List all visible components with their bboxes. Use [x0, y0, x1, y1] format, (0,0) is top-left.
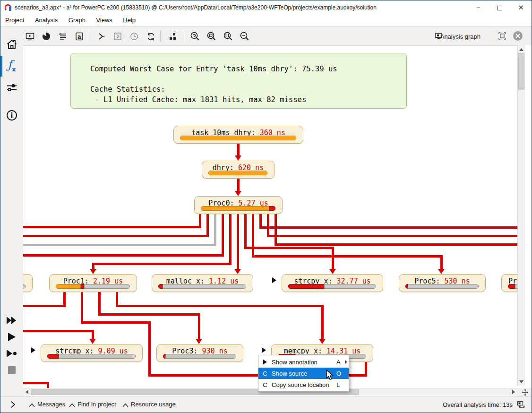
call-edge[interactable]	[252, 213, 254, 258]
title-bar[interactable]: scenarios_a3.apx* - a³ for PowerPC e200 …	[0, 0, 532, 15]
node-expander-icon[interactable]	[31, 347, 35, 353]
call-edge[interactable]	[244, 213, 247, 249]
call-edge[interactable]	[148, 321, 151, 377]
graph-node-Proc0[interactable]: Proc0: 5.27 us	[194, 196, 283, 214]
call-edge[interactable]	[23, 305, 66, 307]
worst-case-info-box: Computed Worst Case for Entry 'task_10ms…	[70, 53, 407, 109]
graph-node-strcmp_x[interactable]: strcmp_x: 9.09 us	[41, 344, 143, 362]
vertical-scrollbar[interactable]	[517, 45, 525, 386]
run-all-icon[interactable]	[0, 311, 23, 330]
call-edge[interactable]	[244, 247, 334, 249]
menu-help[interactable]: Help	[123, 17, 136, 24]
home-icon[interactable]	[0, 35, 23, 54]
scroll-down-arrow[interactable]	[518, 378, 525, 386]
call-edge[interactable]	[98, 291, 101, 316]
call-edge[interactable]	[23, 254, 224, 257]
call-edge[interactable]	[92, 263, 232, 265]
find-in-project-button[interactable]: Find in project	[69, 401, 116, 408]
settings-sliders-icon[interactable]	[0, 78, 23, 97]
step-over-icon-disabled[interactable]	[111, 30, 124, 43]
analysis-machine-icon[interactable]	[517, 401, 525, 408]
call-edge[interactable]	[275, 243, 518, 246]
refresh-icon[interactable]	[144, 30, 157, 43]
call-edge[interactable]	[321, 305, 324, 341]
edge-arrowhead	[234, 269, 241, 274]
graph-node-malloc_x[interactable]: malloc_x: 1.12 us	[152, 274, 253, 292]
fx-analyses-icon[interactable]: ƒx	[0, 56, 23, 75]
call-edge[interactable]	[23, 235, 209, 237]
scroll-right-arrow[interactable]	[510, 388, 517, 396]
menu-views[interactable]: Views	[96, 17, 112, 24]
menu-item-show-source[interactable]: C Show source O	[258, 368, 349, 379]
scroll-up-arrow[interactable]	[518, 45, 525, 53]
node-expander-icon[interactable]	[272, 277, 276, 283]
graph-node-Pr[interactable]: Pr	[501, 274, 517, 292]
call-edge[interactable]	[23, 382, 49, 384]
call-edge[interactable]	[81, 321, 151, 324]
call-edge[interactable]	[222, 213, 224, 257]
minimize-button[interactable]: –	[468, 0, 489, 15]
call-edge[interactable]	[267, 235, 518, 237]
menu-analysis[interactable]: Analysis	[35, 17, 58, 24]
sidebar: ƒx	[0, 45, 23, 396]
zoom-reset-icon[interactable]	[189, 30, 202, 43]
menu-graph[interactable]: Graph	[69, 17, 86, 24]
stop-icon-disabled[interactable]	[0, 361, 23, 379]
layout-graph-icon[interactable]	[166, 30, 179, 43]
run-to-icon[interactable]	[0, 344, 23, 363]
menu-project[interactable]: Project	[5, 17, 24, 24]
call-edge[interactable]	[275, 213, 277, 246]
graph-node-Proc5[interactable]: Proc5: 530 ns	[399, 274, 486, 292]
source-icon: C	[258, 370, 272, 377]
maximize-button[interactable]	[489, 0, 510, 15]
call-edge[interactable]	[365, 361, 367, 377]
call-edge[interactable]	[23, 244, 216, 246]
close-view-icon[interactable]	[513, 31, 523, 41]
vertical-scroll-thumb[interactable]	[518, 53, 524, 90]
graph-node-task_10ms_dhry[interactable]: task_10ms_dhry: 360 ns	[173, 126, 303, 144]
close-button[interactable]: ✕	[510, 0, 532, 15]
call-edge[interactable]	[198, 313, 200, 341]
call-edge[interactable]	[206, 213, 209, 237]
pie-chart-icon[interactable]	[40, 30, 53, 43]
call-edge[interactable]	[267, 213, 269, 237]
pan-tool-button[interactable]	[517, 388, 532, 396]
info-icon[interactable]	[0, 106, 23, 125]
menu-item-copy-source-location[interactable]: C Copy source location L	[258, 379, 349, 390]
menu-item-show-annotation[interactable]: Show annotation A	[258, 356, 349, 368]
graph-node-strcpy_x[interactable]: strcpy_x: 32.77 us	[282, 274, 383, 292]
call-edge[interactable]	[98, 313, 200, 316]
resource-usage-button[interactable]: Resource usage	[122, 401, 176, 408]
call-edge[interactable]	[47, 382, 49, 388]
call-edge[interactable]	[229, 213, 232, 265]
zoom-fit-icon[interactable]	[205, 30, 218, 43]
call-edge[interactable]	[252, 255, 443, 258]
call-edge[interactable]	[259, 226, 518, 229]
clock-icon-disabled[interactable]	[128, 30, 141, 43]
graph-node-dhry[interactable]: dhry: 620 ns	[202, 161, 275, 179]
graph-node-Proc3[interactable]: Proc3: 930 ns	[156, 344, 243, 362]
call-edge[interactable]	[116, 305, 324, 307]
annotation-icon[interactable]: a	[73, 30, 86, 43]
expand-panel-icon[interactable]	[9, 400, 17, 409]
graph-node-Proc1[interactable]: Proc1: 2.19 us	[49, 274, 137, 292]
call-edge[interactable]	[332, 247, 334, 271]
messages-panel-button[interactable]: Messages	[29, 401, 65, 408]
zoom-selection-icon[interactable]	[222, 30, 235, 43]
call-edge[interactable]	[23, 226, 201, 228]
call-edge[interactable]	[23, 330, 94, 332]
scroll-left-arrow[interactable]	[23, 388, 31, 396]
graph-node[interactable]	[23, 274, 33, 292]
analysis-graph-canvas[interactable]: Computed Worst Case for Entry 'task_10ms…	[23, 45, 517, 388]
call-edge[interactable]	[214, 213, 216, 246]
edge-arrowhead	[438, 269, 445, 274]
maximize-view-icon[interactable]	[498, 31, 507, 41]
continue-icon[interactable]	[94, 30, 108, 43]
call-edge[interactable]	[81, 291, 83, 324]
messages-list-icon[interactable]	[56, 30, 69, 43]
run-analysis-icon[interactable]	[23, 30, 36, 43]
run-icon[interactable]	[0, 327, 23, 346]
node-expander-icon[interactable]	[262, 347, 266, 353]
zoom-out-icon[interactable]	[238, 30, 251, 43]
call-edge[interactable]	[237, 213, 239, 271]
